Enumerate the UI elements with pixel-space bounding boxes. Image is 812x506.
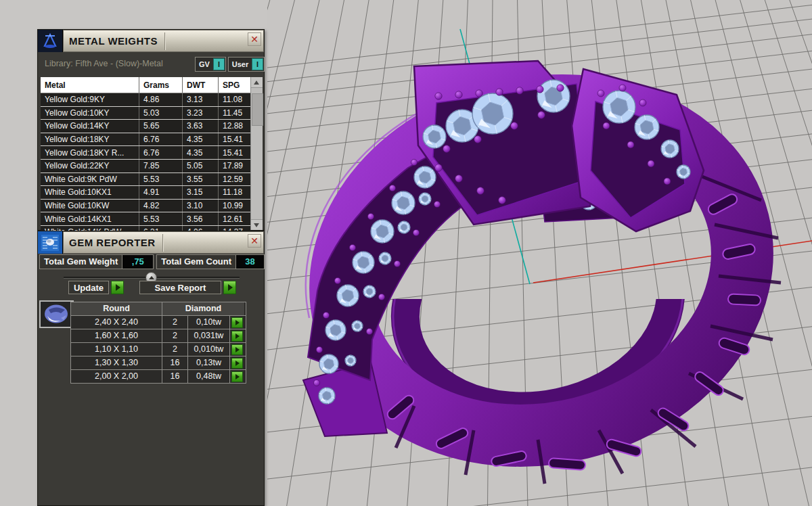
gem-cell-size: 2,00 X 2,00 <box>71 370 162 383</box>
table-row[interactable]: Yellow Gold:22KY7.855.0517.89 <box>41 160 251 173</box>
table-row[interactable]: White Gold:10KW4.823.1010.99 <box>41 200 251 213</box>
cell-metal: Yellow Gold:14KY <box>41 120 139 133</box>
close-icon[interactable]: ✕ <box>248 234 261 248</box>
user-toggle[interactable]: User I <box>228 57 265 72</box>
cell-grams: 7.85 <box>139 160 183 172</box>
gem-row[interactable]: 2,00 X 2,00160,48tw <box>71 370 246 384</box>
gem-row-play-icon[interactable] <box>231 358 243 369</box>
cell-dwt: 3.23 <box>183 107 219 120</box>
metal-weights-panel: METAL WEIGHTS ✕ Library: Fifth Ave - (Sl… <box>37 29 265 231</box>
cell-spg: 12.88 <box>219 120 251 133</box>
gem-row-play-icon[interactable] <box>231 331 243 342</box>
cell-grams: 4.82 <box>139 200 183 212</box>
save-report-button[interactable]: Save Report <box>139 281 221 294</box>
total-gem-weight-control: Total Gem Weight ,75 <box>39 254 154 269</box>
library-label: Library: Fifth Ave - (Slow)-Metal <box>38 59 163 68</box>
3d-viewport[interactable] <box>267 0 812 506</box>
gem-row-play-icon[interactable] <box>231 371 243 382</box>
gem-type-thumbnail[interactable] <box>39 300 74 328</box>
library-row: Library: Fifth Ave - (Slow)-Metal GV I U… <box>38 52 264 74</box>
update-play-icon[interactable] <box>111 281 124 294</box>
metal-weights-scale-icon <box>38 30 63 52</box>
gv-toggle[interactable]: GV I <box>195 57 226 72</box>
cell-dwt: 3.56 <box>183 212 219 225</box>
column-header-grams: Grams <box>139 77 183 93</box>
cell-dwt: 4.35 <box>183 133 219 146</box>
cell-spg: 12.61 <box>219 212 251 225</box>
cell-spg: 12.59 <box>219 173 251 186</box>
cell-spg: 17.89 <box>219 160 251 172</box>
total-gem-weight-value: ,75 <box>122 255 153 269</box>
close-icon[interactable]: ✕ <box>248 32 261 46</box>
gem-reporter-icon <box>38 231 63 254</box>
cell-dwt: 3.63 <box>183 120 219 133</box>
gem-row[interactable]: 1,10 X 1,1020,010tw <box>71 343 246 356</box>
cell-spg: 15.41 <box>219 133 251 146</box>
buttons-row: Update Save Report <box>38 281 264 295</box>
gem-table: RoundDiamond2,40 X 2,4020,10tw1,60 X 1,6… <box>70 302 246 384</box>
panel-title: GEM REPORTER <box>64 237 156 248</box>
gem-row[interactable]: 1,60 X 1,6020,031tw <box>71 329 246 343</box>
gem-row-play-icon[interactable] <box>231 344 243 355</box>
cell-metal: White Gold:14KX1 <box>41 212 139 225</box>
scroll-down-icon[interactable] <box>251 219 263 230</box>
gem-cell-count: 2 <box>162 343 188 356</box>
metal-weights-titlebar[interactable]: METAL WEIGHTS ✕ <box>38 30 264 52</box>
total-gem-weight-label: Total Gem Weight <box>40 255 122 269</box>
scroll-up-icon[interactable] <box>251 77 263 88</box>
gem-row-action <box>230 316 244 329</box>
table-row[interactable]: Yellow Gold:18KY R...6.764.3515.41 <box>41 146 251 160</box>
table-row[interactable]: White Gold:14KX15.533.5612.61 <box>41 212 251 226</box>
gem-cell-weight: 0,48tw <box>188 370 230 383</box>
cell-grams: 4.91 <box>139 186 183 199</box>
titlebar-background[interactable]: GEM REPORTER ✕ <box>63 231 264 254</box>
cell-dwt: 5.05 <box>183 160 219 172</box>
column-header-dwt: DWT <box>183 77 219 93</box>
gem-cell-weight: 0,010tw <box>188 343 230 356</box>
gem-reporter-panel: GEM REPORTER ✕ Total Gem Weight ,75 Tota… <box>37 231 265 506</box>
cell-metal: Yellow Gold:18KY R... <box>41 146 139 159</box>
column-header-metal: Metal <box>41 77 139 93</box>
cell-metal: White Gold:10KX1 <box>41 186 139 199</box>
total-gem-count-value: 38 <box>235 255 264 269</box>
user-toggle-state[interactable]: I <box>252 58 263 70</box>
metal-table-header: MetalGramsDWTSPG <box>41 77 251 93</box>
cell-grams: 5.53 <box>139 212 183 225</box>
cell-dwt: 3.55 <box>183 173 219 186</box>
cell-spg: 10.99 <box>219 200 251 212</box>
metal-table-scrollbar[interactable] <box>250 77 263 230</box>
gem-table-header: RoundDiamond <box>71 302 246 316</box>
gem-cell-count: 2 <box>162 316 188 329</box>
column-header-spg: SPG <box>219 77 251 93</box>
totals-row: Total Gem Weight ,75 Total Gem Count 38 <box>39 254 263 269</box>
save-report-play-icon[interactable] <box>223 281 236 294</box>
gem-cell-size: 2,40 X 2,40 <box>71 316 162 329</box>
update-button[interactable]: Update <box>68 281 109 294</box>
gem-row-action <box>230 356 244 369</box>
gem-row[interactable]: 1,30 X 1,30160,13tw <box>71 356 246 370</box>
metal-table-body: Yellow Gold:9KY4.863.1311.08Yellow Gold:… <box>41 93 251 230</box>
table-row[interactable]: Yellow Gold:10KY5.033.2311.45 <box>41 107 251 120</box>
cell-grams: 6.76 <box>139 146 183 159</box>
cell-dwt: 4.35 <box>183 146 219 159</box>
titlebar-background[interactable]: METAL WEIGHTS ✕ <box>63 30 264 52</box>
cell-dwt: 3.10 <box>183 200 219 212</box>
gv-toggle-state[interactable]: I <box>213 58 225 70</box>
gem-cell-size: 1,10 X 1,10 <box>71 343 162 356</box>
total-gem-count-label: Total Gem Count <box>157 255 235 269</box>
cell-metal: Yellow Gold:18KY <box>41 133 139 146</box>
ring-3d-model <box>267 0 812 506</box>
cell-spg: 11.08 <box>219 93 251 106</box>
table-row[interactable]: Yellow Gold:14KY5.653.6312.88 <box>41 120 251 133</box>
gem-reporter-titlebar[interactable]: GEM REPORTER ✕ <box>38 231 264 254</box>
scrollbar-thumb[interactable] <box>252 93 263 126</box>
table-row[interactable]: White Gold:10KX14.913.1511.18 <box>41 186 251 200</box>
gem-row-action <box>230 329 244 342</box>
table-row[interactable]: Yellow Gold:18KY6.764.3515.41 <box>41 133 251 147</box>
table-row[interactable]: Yellow Gold:9KY4.863.1311.08 <box>41 93 251 107</box>
table-row[interactable]: White Gold:9K PdW5.533.5512.59 <box>41 173 251 187</box>
cell-metal: Yellow Gold:10KY <box>41 107 139 120</box>
gem-row-play-icon[interactable] <box>231 317 243 328</box>
cell-grams: 5.03 <box>139 107 183 120</box>
gem-row[interactable]: 2,40 X 2,4020,10tw <box>71 316 246 329</box>
